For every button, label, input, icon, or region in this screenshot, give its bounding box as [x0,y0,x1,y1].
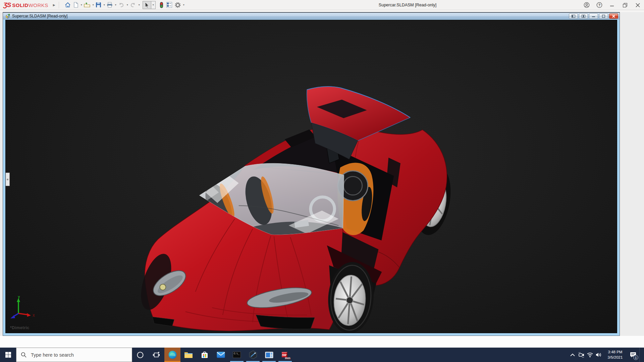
open-caret[interactable]: ▾ [93,3,94,6]
mdi-background-strip [0,10,644,12]
taskbar-item-cortana[interactable] [132,348,148,362]
split-pane-left-icon [572,15,575,18]
select-tool-button[interactable] [143,1,151,9]
app-titlebar: ƷS SOLIDWORKS ▶ ▾ ▾ ▾ ▾ ▾ ▾ ▾ [0,0,644,10]
taskbar-item-remote-window-app[interactable] [261,348,277,362]
tray-clock[interactable]: 3:48 PM 3/5/2021 [603,350,627,360]
status-light-button[interactable] [158,1,165,9]
undo-button[interactable] [117,1,125,9]
restore-icon [623,3,627,7]
document-window-controls [569,13,618,19]
task-list-button[interactable] [165,1,173,9]
doc-close-button[interactable] [609,13,618,19]
cortana-icon [137,351,144,359]
quick-access-toolbar: ▾ ▾ ▾ ▾ ▾ ▾ ▾ ▾ [64,1,184,9]
task-view-icon [153,351,160,359]
account-button[interactable] [580,0,593,10]
taskbar-apps: C:\_ SW 2021 [132,348,293,362]
tray-meet-now[interactable] [577,348,586,362]
menu-expander-icon[interactable]: ▶ [53,3,55,7]
view-orientation-label: *Dimetric [10,325,30,330]
select-tool-caret[interactable]: ▾ [151,1,156,9]
doc-close-icon [612,15,615,18]
meet-now-icon [578,352,584,358]
home-button[interactable] [64,1,72,9]
account-icon [584,2,590,8]
volume-icon [596,352,602,357]
search-input[interactable] [30,352,121,358]
gear-icon [175,2,181,8]
solidworks-logo: ƷS SOLIDWORKS [3,1,48,9]
tray-volume[interactable] [594,348,603,362]
new-document-button[interactable] [72,1,79,9]
system-tray: 3:48 PM 3/5/2021 1 [568,348,641,362]
wifi-icon [587,353,593,357]
doc-minimize-button[interactable] [589,13,598,19]
show-desktop-button[interactable] [639,348,641,362]
taskbar-search[interactable] [16,348,132,362]
taskbar-item-task-view[interactable] [148,348,164,362]
car-3d-model[interactable] [6,20,617,333]
status-bar [0,336,644,348]
redo-caret[interactable]: ▾ [139,3,140,6]
taskbar: C:\_ SW 2021 [0,348,644,362]
redo-icon [130,2,136,8]
taskbar-item-hexagon-app[interactable] [245,348,261,362]
help-button[interactable]: ? [593,0,606,10]
minimize-button[interactable] [606,0,619,10]
tray-overflow-chevron[interactable] [568,348,577,362]
close-button[interactable] [631,0,644,10]
taskbar-item-edge[interactable] [164,348,180,362]
remote-window-app-icon [265,352,273,358]
start-button[interactable] [0,348,16,362]
file-explorer-icon [184,351,193,359]
taskbar-item-file-explorer[interactable] [180,348,197,362]
orientation-triad: Y X [8,296,37,321]
taskbar-item-command-prompt[interactable]: C:\_ [229,348,245,362]
save-icon [96,2,101,8]
doc-restore-icon [602,15,605,18]
taskbar-item-mail[interactable] [213,348,229,362]
restore-button[interactable] [619,0,631,10]
tray-action-center[interactable]: 1 [627,348,639,362]
document-titlebar[interactable]: Supercar.SLDASM [Read-only] [3,13,620,19]
split-pane-left-button[interactable] [569,13,578,19]
taskbar-item-solidworks[interactable]: SW 2021 [277,348,293,362]
undo-caret[interactable]: ▾ [127,3,128,6]
tray-wifi[interactable] [586,348,594,362]
task-list-icon [166,2,172,8]
doc-restore-button[interactable] [599,13,608,19]
split-pane-right-icon [582,15,585,18]
help-icon: ? [596,2,602,8]
graphics-viewport[interactable]: Y X *Dimetric [5,20,617,333]
triad-y-label: Y [18,296,20,299]
split-pane-right-button[interactable] [579,13,588,19]
close-icon [636,3,640,7]
microsoft-store-icon [201,351,209,359]
solidworks-logo-icon: ƷS [3,1,11,9]
redo-button[interactable] [129,1,137,9]
taskbar-item-microsoft-store[interactable] [197,348,213,362]
print-caret[interactable]: ▾ [115,3,116,6]
toolbar-separator [59,2,59,8]
print-button[interactable] [106,1,114,9]
home-icon [65,2,71,8]
edge-icon [168,350,177,359]
save-button[interactable] [95,1,102,9]
clock-date: 3/5/2021 [604,355,627,360]
print-icon [107,2,113,8]
save-caret[interactable]: ▾ [104,3,105,6]
hexagon-app-icon [249,350,257,359]
doc-minimize-icon [592,15,595,17]
solidworks-taskbar-icon: SW 2021 [281,351,289,359]
options-button[interactable] [174,1,182,9]
feature-panel-handle[interactable] [6,173,10,186]
search-icon [21,352,26,358]
options-caret[interactable]: ▾ [183,3,184,6]
new-document-caret[interactable]: ▾ [81,3,82,6]
open-button[interactable] [83,1,91,9]
select-cursor-icon [145,2,149,8]
undo-icon [118,2,124,8]
document-title: Supercar.SLDASM [Read-only] [12,14,569,18]
svg-text:?: ? [598,3,600,7]
